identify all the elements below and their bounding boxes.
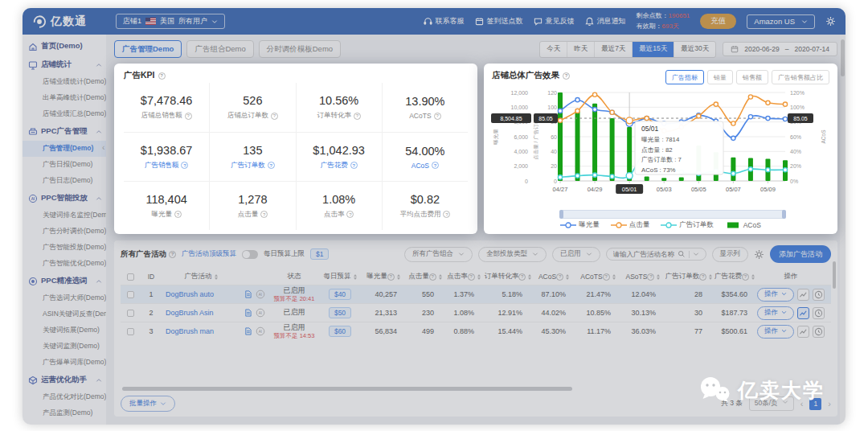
help-icon[interactable]: ? (432, 162, 439, 169)
sort-icon[interactable] (397, 274, 400, 280)
sort-icon[interactable] (751, 274, 755, 280)
campaign-link[interactable]: DogBrush man (166, 327, 214, 335)
col-header-campaign[interactable]: 广告活动 (162, 272, 240, 281)
next-page-button[interactable]: › (828, 399, 831, 408)
row-actions-button[interactable]: 操作 (757, 325, 794, 339)
sidebar-item[interactable]: 产品优化对比(Demo) (23, 389, 106, 405)
sidebar-group[interactable]: 店铺统计 (23, 55, 106, 74)
sidebar-item[interactable]: 产品监测(Demo) (23, 405, 106, 421)
chart-metric-button[interactable]: 销量 (707, 70, 733, 84)
help-icon[interactable]: ? (260, 211, 268, 218)
doc-icon[interactable] (244, 289, 252, 299)
vertical-scrollbar[interactable] (833, 261, 836, 289)
col-header-impressions[interactable]: 曝光量? (360, 272, 407, 281)
app-scrollbar[interactable] (840, 35, 845, 425)
ai-badge-icon[interactable]: AI (256, 289, 265, 299)
legend-item[interactable]: 点击量 (611, 220, 650, 230)
col-header-cvr[interactable]: 订单转化率? (484, 272, 532, 281)
legend-item[interactable]: 广告订单数 (661, 220, 714, 230)
sidebar-item[interactable]: 跟卖监测(Demo) (23, 421, 106, 425)
select-all-checkbox[interactable] (127, 273, 134, 281)
help-icon[interactable]: ? (169, 251, 176, 258)
sidebar-item[interactable]: 广告日报(Demo) (23, 157, 106, 173)
col-header-ctr[interactable]: 点击率? (444, 272, 484, 281)
row-checkbox[interactable] (127, 310, 134, 317)
help-icon[interactable]: ? (434, 113, 441, 120)
chart-zoom-brush[interactable] (560, 210, 785, 219)
legend-item[interactable]: ACoS (725, 221, 761, 229)
date-range-picker[interactable]: 2020-06-29 – 2020-07-14 (723, 42, 837, 56)
sort-icon[interactable] (528, 274, 531, 280)
top-nav-item[interactable]: 签到送点数 (475, 16, 523, 27)
date-option[interactable]: 最近30天 (674, 42, 715, 57)
row-checkbox[interactable] (127, 328, 134, 335)
date-option[interactable]: 今天 (540, 42, 567, 57)
ai-badge-icon[interactable]: AI (256, 308, 265, 318)
bulk-actions-button[interactable]: 批量操作 (121, 396, 175, 412)
help-icon[interactable]: ? (354, 113, 361, 120)
sidebar-item[interactable]: 关键词排名监控(Demo) (23, 207, 106, 224)
history-icon[interactable] (813, 307, 825, 319)
settings-gear-icon[interactable] (825, 16, 836, 27)
portfolio-filter-select[interactable]: 所有广告组合 (404, 247, 473, 262)
sidebar-group[interactable]: 运营优化助手 (23, 371, 106, 389)
trend-icon[interactable] (797, 307, 809, 319)
sidebar-item[interactable]: 店铺业绩汇总(Demo) (23, 106, 106, 122)
sidebar-item[interactable]: 广告管理(Demo) (23, 141, 106, 157)
date-option[interactable]: 最近15天 (632, 42, 674, 57)
sidebar-item[interactable]: 广告智能优化(Demo) (23, 256, 106, 272)
col-header-clicks[interactable]: 点击量? (407, 272, 444, 281)
tab-广告组合Demo[interactable]: 广告组合Demo (186, 40, 253, 58)
sidebar-item[interactable]: 店铺业绩统计(Demo) (23, 74, 106, 90)
sidebar-group[interactable]: AIPPC智能投放 (23, 189, 106, 207)
top-budget-toggle[interactable] (242, 250, 258, 259)
sort-icon[interactable] (439, 274, 442, 280)
tab-广告管理Demo[interactable]: 广告管理Demo (114, 40, 182, 58)
col-header-asots[interactable]: ASoTS? (620, 273, 665, 281)
help-icon[interactable]: ? (174, 211, 182, 218)
chart-metric-button[interactable]: 广告指标 (665, 70, 704, 84)
sort-icon[interactable] (612, 274, 616, 280)
sidebar-item[interactable]: 关键词监测(Demo) (23, 339, 106, 355)
help-icon[interactable]: ? (271, 113, 278, 120)
date-option[interactable]: 最近7天 (594, 42, 632, 57)
doc-icon[interactable] (244, 326, 252, 336)
help-icon[interactable]: ? (181, 162, 188, 169)
add-campaign-button[interactable]: 添加广告活动 (770, 245, 831, 263)
sidebar-item[interactable]: 广告选词大师(Demo) (23, 290, 106, 306)
top-nav-item[interactable]: 消息通知 (585, 16, 626, 27)
sidebar-group[interactable]: PPC精准选词 (23, 272, 106, 290)
sidebar-collapse-handle[interactable]: ‹ (102, 143, 104, 152)
chart-metric-button[interactable]: 广告销售额占比 (772, 70, 829, 84)
col-header-spend[interactable]: 广告花费? (712, 272, 757, 281)
col-header-acots[interactable]: ACoTS? (575, 273, 620, 281)
sort-icon[interactable] (657, 274, 660, 280)
help-icon[interactable]: ? (603, 273, 610, 281)
row-checkbox[interactable] (127, 291, 134, 298)
history-icon[interactable] (813, 326, 825, 338)
sidebar-item[interactable]: 出单高峰统计(Demo) (23, 90, 106, 106)
campaign-link[interactable]: DogBrush auto (166, 290, 214, 298)
row-actions-button[interactable]: 操作 (757, 288, 794, 302)
help-icon[interactable]: ? (429, 273, 436, 281)
col-header-acos[interactable]: ACoS? (532, 273, 575, 281)
help-icon[interactable]: ? (387, 273, 395, 281)
col-header-budget[interactable]: 每日预算 (320, 272, 360, 281)
col-header-checkbox[interactable] (121, 273, 140, 281)
shop-selector[interactable]: 店铺1 美国 所有用户 (116, 14, 225, 29)
table-settings-gear-icon[interactable] (754, 249, 764, 260)
marketplace-select[interactable]: Amazon US (747, 14, 815, 29)
help-icon[interactable]: ? (268, 162, 275, 169)
campaign-search-input[interactable] (613, 250, 674, 258)
sidebar-group[interactable]: 首页(Demo) (23, 37, 106, 55)
campaign-link[interactable]: DogBrush Asin (166, 309, 214, 317)
legend-item[interactable]: 曝光量 (560, 220, 600, 230)
help-icon[interactable]: ? (443, 211, 450, 218)
help-icon[interactable]: ? (647, 273, 654, 281)
sidebar-item[interactable]: 关键词拓展(Demo) (23, 322, 106, 339)
help-icon[interactable]: ? (468, 273, 475, 281)
status-filter-select[interactable]: 已启用 (552, 247, 600, 262)
help-icon[interactable]: ? (742, 273, 749, 281)
history-icon[interactable] (813, 289, 825, 301)
chevron-down-icon[interactable] (693, 251, 699, 257)
